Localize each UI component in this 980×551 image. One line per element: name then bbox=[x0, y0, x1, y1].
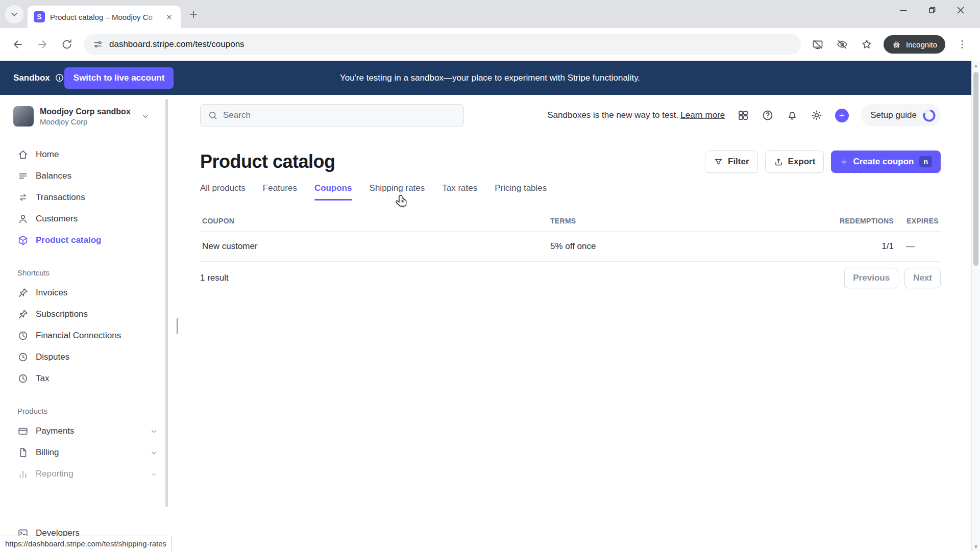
apps-button[interactable] bbox=[737, 109, 749, 121]
switch-to-live-button[interactable]: Switch to live account bbox=[64, 67, 174, 89]
url-text: dashboard.stripe.com/test/coupons bbox=[109, 39, 244, 49]
sidebar-item-home[interactable]: Home bbox=[0, 144, 168, 165]
account-names: Moodjoy Corp sandbox Moodjoy Corp bbox=[40, 107, 131, 126]
site-info-icon[interactable] bbox=[93, 39, 103, 49]
previous-page-button[interactable]: Previous bbox=[844, 268, 898, 288]
new-tab-button[interactable] bbox=[185, 6, 202, 23]
tab-search-button[interactable] bbox=[5, 5, 23, 23]
search-icon bbox=[208, 110, 218, 120]
page-scrollbar[interactable]: ▲ ▼ bbox=[971, 61, 980, 551]
search-box[interactable] bbox=[200, 104, 464, 127]
reload-button[interactable] bbox=[56, 34, 78, 55]
setup-guide-button[interactable]: Setup guide bbox=[861, 104, 941, 127]
search-input[interactable] bbox=[223, 110, 456, 120]
main-content: Sandboxes is the new way to test.Learn m… bbox=[168, 95, 980, 551]
reload-icon bbox=[61, 38, 73, 51]
incognito-label: Incognito bbox=[906, 40, 937, 49]
address-bar[interactable]: dashboard.stripe.com/test/coupons bbox=[84, 34, 801, 55]
sidebar-item-label: Home bbox=[36, 149, 59, 160]
gear-icon bbox=[811, 109, 823, 121]
products-section-title: Products bbox=[0, 407, 168, 420]
coupons-table: COUPON TERMS REDEMPTIONS EXPIRES New cus… bbox=[200, 214, 941, 288]
sidebar-item-billing[interactable]: Billing bbox=[0, 442, 168, 463]
tab-shipping-rates[interactable]: Shipping rates bbox=[370, 183, 425, 201]
window-restore-button[interactable] bbox=[918, 0, 946, 20]
incognito-icon bbox=[892, 40, 901, 49]
scrollbar-thumb[interactable] bbox=[973, 72, 978, 266]
arrow-right-icon bbox=[36, 38, 48, 51]
sidebar-item-reporting[interactable]: Reporting bbox=[0, 463, 168, 485]
column-header-terms: TERMS bbox=[550, 217, 829, 225]
chevron-down-icon[interactable] bbox=[150, 427, 158, 436]
info-icon[interactable] bbox=[55, 73, 64, 83]
export-button[interactable]: Export bbox=[765, 151, 824, 173]
pin-icon bbox=[17, 287, 29, 298]
help-button[interactable] bbox=[762, 109, 774, 121]
scrollbar-up-arrow[interactable]: ▲ bbox=[972, 61, 980, 70]
filter-button[interactable]: Filter bbox=[705, 151, 758, 173]
page-actions: Filter Export Create coupon n bbox=[705, 151, 941, 173]
restore-icon bbox=[926, 5, 938, 16]
sidebar-item-disputes[interactable]: Disputes bbox=[0, 346, 168, 368]
window-close-button[interactable] bbox=[946, 0, 975, 20]
setup-guide-label: Setup guide bbox=[870, 110, 917, 120]
invoice-doc-icon bbox=[17, 447, 29, 458]
tab-features[interactable]: Features bbox=[263, 183, 297, 201]
apps-grid-icon bbox=[737, 109, 749, 121]
browser-tab[interactable]: S Product catalog – Moodjoy Co bbox=[28, 6, 181, 28]
create-menu-button[interactable] bbox=[835, 109, 849, 122]
account-avatar bbox=[13, 106, 34, 127]
preview-hidden-button[interactable] bbox=[831, 34, 853, 55]
shortcuts-section-title: Shortcuts bbox=[0, 268, 168, 282]
learn-more-link[interactable]: Learn more bbox=[680, 110, 725, 120]
kebab-menu-icon bbox=[956, 38, 968, 51]
tab-all-products[interactable]: All products bbox=[200, 183, 246, 201]
column-header-coupon: COUPON bbox=[202, 217, 550, 225]
pin-icon bbox=[17, 309, 29, 320]
browser-menu-button[interactable] bbox=[951, 34, 973, 55]
sidebar-item-label: Customers bbox=[36, 214, 78, 224]
tab-tax-rates[interactable]: Tax rates bbox=[442, 183, 477, 201]
scrollbar-down-arrow[interactable]: ▼ bbox=[972, 542, 980, 551]
sidebar-item-subscriptions[interactable]: Subscriptions bbox=[0, 304, 168, 325]
sidebar-item-transactions[interactable]: Transactions bbox=[0, 187, 168, 208]
filter-funnel-icon bbox=[714, 157, 723, 167]
window-minimize-button[interactable] bbox=[889, 0, 918, 20]
chevron-down-icon[interactable] bbox=[150, 470, 158, 479]
sidebar-item-payments[interactable]: Payments bbox=[0, 420, 168, 442]
settings-button[interactable] bbox=[811, 109, 823, 121]
sidebar-item-customers[interactable]: Customers bbox=[0, 208, 168, 230]
cast-off-button[interactable] bbox=[807, 34, 828, 55]
bell-icon bbox=[786, 109, 798, 121]
sidebar-item-invoices[interactable]: Invoices bbox=[0, 282, 168, 304]
tab-coupons[interactable]: Coupons bbox=[314, 183, 352, 201]
next-page-button[interactable]: Next bbox=[904, 268, 941, 288]
bookmark-button[interactable] bbox=[856, 34, 877, 55]
notifications-button[interactable] bbox=[786, 109, 798, 121]
cast-off-icon bbox=[812, 38, 824, 51]
tab-pricing-tables[interactable]: Pricing tables bbox=[495, 183, 547, 201]
sidebar-item-label: Disputes bbox=[36, 352, 69, 362]
filter-label: Filter bbox=[728, 157, 749, 167]
sidebar-item-label: Payments bbox=[36, 426, 75, 436]
cell-coupon[interactable]: New customer bbox=[202, 241, 550, 252]
sidebar-item-tax[interactable]: Tax bbox=[0, 368, 168, 389]
sidebar-scrollbar-thumb[interactable] bbox=[165, 99, 168, 507]
chevron-down-icon[interactable] bbox=[150, 448, 158, 457]
plus-icon bbox=[840, 158, 848, 166]
table-row[interactable]: New customer 5% off once 1/1 — bbox=[200, 232, 941, 262]
browser-toolbar: dashboard.stripe.com/test/coupons Incogn… bbox=[0, 28, 980, 61]
cell-terms: 5% off once bbox=[550, 241, 829, 252]
sidebar-item-balances[interactable]: Balances bbox=[0, 165, 168, 187]
sidebar-item-financial-connections[interactable]: Financial Connections bbox=[0, 325, 168, 346]
close-icon bbox=[955, 5, 966, 16]
create-coupon-button[interactable]: Create coupon n bbox=[831, 151, 941, 173]
chevron-down-icon bbox=[141, 112, 150, 121]
account-switcher[interactable]: Moodjoy Corp sandbox Moodjoy Corp bbox=[0, 102, 168, 131]
tab-close-button[interactable] bbox=[162, 10, 176, 23]
clock-icon bbox=[17, 330, 29, 341]
sidebar-item-product-catalog[interactable]: Product catalog bbox=[0, 230, 168, 251]
forward-button[interactable] bbox=[32, 34, 53, 55]
sidebar-nav: Home Balances Transactions Customers Pro… bbox=[0, 144, 168, 251]
back-button[interactable] bbox=[7, 34, 29, 55]
